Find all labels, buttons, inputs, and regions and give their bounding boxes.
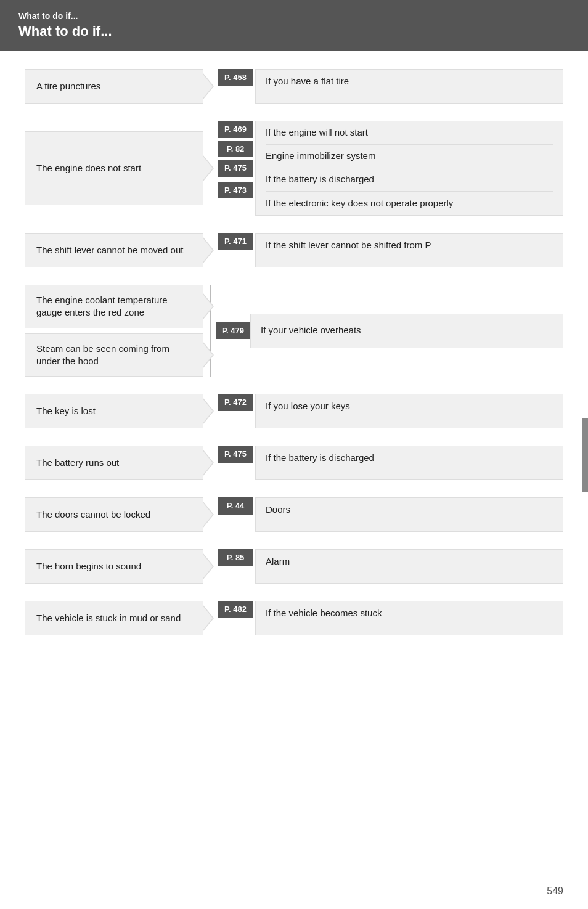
entry-battery: The battery runs out P. 475 If the batte… <box>25 446 563 480</box>
right-item-engine-3: If the electronic key does not operate p… <box>266 192 553 215</box>
entry-shift-lever: The shift lever cannot be moved out P. 4… <box>25 233 563 267</box>
condition-stuck: The vehicle is stuck in mud or sand <box>25 601 203 635</box>
condition-key-lost: The key is lost <box>25 394 203 428</box>
page-badge-horn-0[interactable]: P. 85 <box>218 549 253 566</box>
header-title: What to do if... <box>18 23 570 39</box>
condition-tire: A tire punctures <box>25 69 203 104</box>
page-badge-shift-0[interactable]: P. 471 <box>218 233 253 250</box>
entry-key-lost: The key is lost P. 472 If you lose your … <box>25 394 563 428</box>
right-item-engine-1: Engine immobilizer system <box>266 145 553 168</box>
right-item-stuck-0: If the vehicle becomes stuck <box>266 601 553 625</box>
group-right-overheat: P. 479 If your vehicle overheats <box>216 285 563 377</box>
badges-shift-lever: P. 471 <box>216 233 255 267</box>
right-item-engine-2: If the battery is discharged <box>266 168 553 192</box>
condition-coolant: The engine coolant temperature gauge ent… <box>25 285 203 328</box>
right-box-horn: Alarm <box>255 549 563 584</box>
entry-doors: The doors cannot be locked P. 44 Doors <box>25 497 563 532</box>
right-box-shift-lever: If the shift lever cannot be shifted fro… <box>255 233 563 267</box>
badges-battery: P. 475 <box>216 446 255 480</box>
entry-stuck: The vehicle is stuck in mud or sand P. 4… <box>25 601 563 635</box>
page-badge-doors-0[interactable]: P. 44 <box>218 497 253 515</box>
right-item-engine-0: If the engine will not start <box>266 121 553 145</box>
main-content: A tire punctures P. 458 If you have a fl… <box>0 51 588 690</box>
page-badge-stuck-0[interactable]: P. 482 <box>218 601 253 618</box>
right-box-doors: Doors <box>255 497 563 532</box>
page-badge-engine-0[interactable]: P. 469 <box>218 121 253 138</box>
right-item-tire-0: If you have a flat tire <box>266 70 553 93</box>
page-badge-engine-3[interactable]: P. 473 <box>218 182 253 199</box>
right-text-overheat-0: If your vehicle overheats <box>250 314 563 348</box>
badges-stuck: P. 482 <box>216 601 255 635</box>
page-badge-engine-2[interactable]: P. 475 <box>218 160 253 177</box>
right-item-battery-0: If the battery is discharged <box>266 446 553 470</box>
page-header: What to do if... What to do if... <box>0 0 588 51</box>
right-item-shift-0: If the shift lever cannot be shifted fro… <box>266 234 553 257</box>
page-badge-engine-1[interactable]: P. 82 <box>218 141 253 158</box>
right-box-engine-start: If the engine will not start Engine immo… <box>255 121 563 216</box>
condition-engine-start: The engine does not start <box>25 131 203 205</box>
condition-shift-lever: The shift lever cannot be moved out <box>25 233 203 267</box>
group-left-overheat: The engine coolant temperature gauge ent… <box>25 285 203 377</box>
badges-doors: P. 44 <box>216 497 255 532</box>
right-box-tire: If you have a flat tire <box>255 69 563 104</box>
condition-doors: The doors cannot be locked <box>25 497 203 532</box>
page-badge-overheat-0[interactable]: P. 479 <box>216 322 250 340</box>
right-box-key-lost: If you lose your keys <box>255 394 563 428</box>
condition-battery: The battery runs out <box>25 446 203 480</box>
right-item-horn-0: Alarm <box>266 550 553 573</box>
entry-engine-start: The engine does not start P. 469 P. 82 P… <box>25 121 563 216</box>
badges-tire: P. 458 <box>216 69 255 104</box>
entry-horn: The horn begins to sound P. 85 Alarm <box>25 549 563 584</box>
right-tab-decoration <box>582 418 588 492</box>
header-subtitle: What to do if... <box>18 11 570 21</box>
right-item-doors-0: Doors <box>266 498 553 521</box>
page-badge-tire-0[interactable]: P. 458 <box>218 69 253 86</box>
right-box-stuck: If the vehicle becomes stuck <box>255 601 563 635</box>
page-number: 549 <box>547 886 563 897</box>
entry-tire: A tire punctures P. 458 If you have a fl… <box>25 69 563 104</box>
page-badge-key-0[interactable]: P. 472 <box>218 394 253 411</box>
badges-horn: P. 85 <box>216 549 255 584</box>
right-item-key-0: If you lose your keys <box>266 394 553 418</box>
right-box-battery: If the battery is discharged <box>255 446 563 480</box>
badges-engine-start: P. 469 P. 82 P. 475 P. 473 <box>216 121 255 198</box>
page-badge-battery-0[interactable]: P. 475 <box>218 446 253 463</box>
condition-horn: The horn begins to sound <box>25 549 203 584</box>
condition-steam: Steam can be seen coming from under the … <box>25 333 203 377</box>
entry-overheat-group: The engine coolant temperature gauge ent… <box>25 285 563 377</box>
badges-key-lost: P. 472 <box>216 394 255 428</box>
